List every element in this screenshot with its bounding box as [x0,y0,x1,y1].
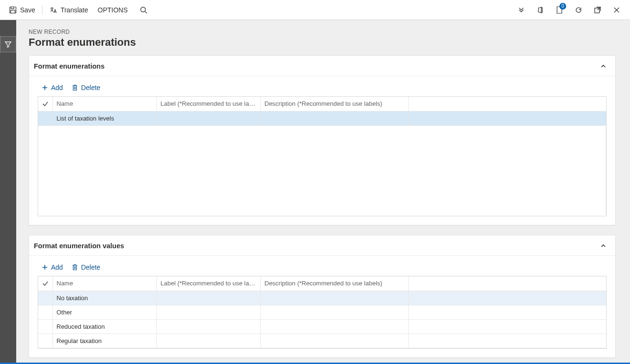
plus-icon [41,84,48,91]
close-button[interactable] [607,0,626,20]
add-button[interactable]: Add [41,84,63,91]
cell-name[interactable]: List of taxation levels [52,111,156,125]
collapse-button[interactable] [600,63,607,70]
table-row[interactable]: Other [38,305,606,319]
translate-button[interactable]: Translate [44,0,93,20]
link-button[interactable] [512,0,531,20]
cell-name[interactable]: Regular taxation [52,334,156,348]
check-icon [42,101,49,107]
check-icon [42,280,49,287]
plus-icon [41,264,48,271]
save-button[interactable]: Save [4,0,40,20]
col-spacer [408,97,606,111]
notification-count: 0 [559,3,566,10]
refresh-icon [575,6,582,14]
search-button[interactable] [133,0,155,20]
cell-description[interactable] [260,305,408,319]
filter-button[interactable] [0,36,16,52]
cell-spacer [408,319,606,334]
refresh-button[interactable] [569,0,588,20]
delete-label: Delete [81,263,100,271]
svg-rect-1 [11,7,14,9]
cell-label[interactable] [156,111,260,125]
top-toolbar: Save Translate OPTIONS [0,0,630,20]
delete-label: Delete [81,84,100,91]
cell-spacer [408,305,606,319]
left-rail [0,20,16,363]
checkbox-header[interactable] [38,276,52,291]
grid-actions: Add Delete [38,262,607,276]
panel-body: Add Delete [29,76,615,225]
cell-label[interactable] [156,334,260,348]
cell-description[interactable] [260,291,408,305]
add-label: Add [51,84,63,91]
col-label[interactable]: Label (*Recommended to use labels) [156,97,260,111]
cell-name[interactable]: No taxation [52,291,156,305]
page-title: Format enumerations [29,36,616,49]
collapse-button[interactable] [600,243,607,249]
cell-name[interactable]: Other [52,305,156,319]
delete-button[interactable]: Delete [72,263,100,271]
table-row[interactable]: List of taxation levels [38,111,606,125]
col-spacer [408,276,606,291]
row-checkbox[interactable] [38,319,52,334]
panel-body: Add Delete [29,256,615,357]
search-icon [139,6,148,14]
content-scroll[interactable]: NEW RECORD Format enumerations Format en… [16,20,630,363]
popout-icon [594,6,601,14]
save-label: Save [20,6,35,14]
chevron-up-icon [600,243,607,249]
grid-header-row: Name Label (*Recommended to use labels) … [38,276,606,291]
row-checkbox[interactable] [38,111,52,125]
toolbar-right-group: 0 [512,0,626,20]
cell-description[interactable] [260,111,408,125]
add-label: Add [51,263,63,271]
table-row[interactable]: No taxation [38,291,606,305]
options-button[interactable]: OPTIONS [93,0,133,20]
trash-icon [72,264,78,271]
office-button[interactable] [531,0,550,20]
col-name[interactable]: Name [52,97,156,111]
row-checkbox[interactable] [38,291,52,305]
col-name[interactable]: Name [52,276,156,291]
panel-title: Format enumerations [34,62,104,70]
checkbox-header[interactable] [38,97,52,111]
col-description[interactable]: Description (*Recommended to use labels) [260,276,408,291]
cell-name[interactable]: Reduced taxation [52,319,156,334]
toolbar-left-group: Save Translate OPTIONS [4,0,155,20]
grid-actions: Add Delete [38,82,607,96]
svg-rect-2 [11,10,15,13]
notifications-button[interactable]: 0 [550,0,569,20]
cell-description[interactable] [260,319,408,334]
cell-spacer [408,334,606,348]
breadcrumb: NEW RECORD [29,29,616,35]
table-row[interactable]: Reduced taxation [38,319,606,334]
grid-empty-area [38,125,606,215]
body-area: NEW RECORD Format enumerations Format en… [0,20,630,363]
panel-title: Format enumeration values [34,242,124,250]
add-button[interactable]: Add [41,263,63,271]
cell-label[interactable] [156,305,260,319]
row-checkbox[interactable] [38,305,52,319]
close-icon [613,7,620,13]
col-label[interactable]: Label (*Recommended to use labels) [156,276,260,291]
row-checkbox[interactable] [38,334,52,348]
toolbar-separator [42,5,42,15]
delete-button[interactable]: Delete [72,84,100,91]
enumeration-values-grid[interactable]: Name Label (*Recommended to use labels) … [38,276,607,349]
table-row[interactable]: Regular taxation [38,334,606,348]
cell-description[interactable] [260,334,408,348]
cell-label[interactable] [156,291,260,305]
office-icon [537,6,544,14]
popout-button[interactable] [588,0,607,20]
panel-format-enumeration-values: Format enumeration values Add [29,235,616,358]
col-description[interactable]: Description (*Recommended to use labels) [260,97,408,111]
trash-icon [72,84,78,91]
cell-spacer [408,111,606,125]
enumerations-grid[interactable]: Name Label (*Recommended to use labels) … [38,96,607,216]
panel-header: Format enumeration values [29,235,615,256]
cell-label[interactable] [156,319,260,334]
panel-format-enumerations: Format enumerations Add [29,55,616,225]
panel-header: Format enumerations [29,56,615,76]
translate-label: Translate [61,6,88,14]
